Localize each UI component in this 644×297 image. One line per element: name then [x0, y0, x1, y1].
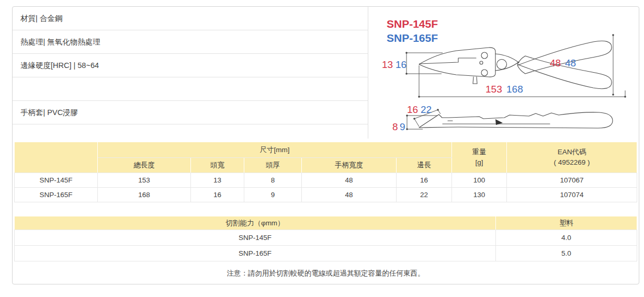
- dimension-diagram: SNP-145F SNP-165F: [368, 7, 639, 139]
- cut-row-snp-145f: SNP-145F 4.0: [15, 230, 637, 246]
- model-label-blue: SNP-165F: [387, 32, 438, 44]
- col-header-handle-width: 手柄寬度: [302, 158, 397, 173]
- model-label-red: SNP-145F: [387, 18, 438, 30]
- dim-total-length-red: 153: [485, 84, 502, 95]
- dimensions-table: 尺寸[mm] 重量 [g] EAN代碼 ( 4952269 ) 總長度 頭寬: [14, 142, 637, 202]
- table-header-row-1: 尺寸[mm] 重量 [g] EAN代碼 ( 4952269 ): [15, 142, 637, 158]
- col-header-head-width: 頭寬: [191, 158, 244, 173]
- dim-handle-width-blue: 48: [565, 58, 576, 68]
- cell-head-width: 13: [191, 173, 244, 188]
- cell-weight: 100: [452, 173, 507, 188]
- dim-head-thickness-blue: 9: [400, 121, 405, 132]
- dim-handle-width-red: 48: [550, 58, 561, 68]
- cell-head-thickness: 8: [244, 173, 302, 188]
- cut-table-header-row: 切割能力（φmm） 塑料: [15, 216, 637, 230]
- pliers-side-view: [419, 41, 612, 88]
- weight-header-line1: 重量: [452, 147, 506, 157]
- cell-total-length: 168: [98, 188, 191, 202]
- spec-text: 材質| 合金鋼: [20, 14, 62, 24]
- cell-head-thickness: 9: [244, 188, 302, 202]
- dim-edge-length-red: 16: [407, 104, 418, 115]
- dim-edge-length: 1622: [407, 104, 432, 115]
- cell-plastic-value: 4.0: [496, 230, 637, 246]
- pliers-flat-view: [419, 112, 613, 128]
- cell-model: SNP-165F: [15, 188, 98, 202]
- cell-ean: 107074: [507, 188, 637, 202]
- col-header-total-length: 總長度: [98, 158, 191, 173]
- pliers-technical-drawing: SNP-145F SNP-165F: [369, 7, 634, 139]
- dim-total-length: 153168: [485, 84, 523, 95]
- dim-head-width-red: 13: [382, 59, 393, 70]
- weight-header-line2: [g]: [452, 157, 506, 168]
- spec-text: 熱處理| 無氧化物熱處理: [20, 37, 100, 47]
- dim-head-thickness-red: 8: [392, 121, 398, 132]
- ean-header: EAN代碼 ( 4952269 ): [507, 142, 637, 173]
- spec-row-edge-hardness: 邊緣硬度[HRC] | 58~64: [13, 54, 368, 77]
- spec-row-material: 材質| 合金鋼: [13, 7, 368, 30]
- col-header-edge-length: 邊長: [397, 158, 452, 173]
- cell-total-length: 153: [98, 173, 191, 188]
- dim-total-length-blue: 168: [506, 84, 523, 95]
- cutting-capacity-table: 切割能力（φmm） 塑料 SNP-145F 4.0 SNP-165F 5.0: [14, 216, 637, 261]
- cell-model: SNP-145F: [15, 230, 496, 246]
- dim-group-header: 尺寸[mm]: [98, 142, 452, 158]
- cell-plastic-value: 5.0: [496, 246, 637, 261]
- ean-header-line1: EAN代碼: [507, 147, 637, 157]
- table-row-snp-145f: SNP-145F 153 13 8 48 16 100 107067: [15, 173, 637, 188]
- dim-head-width: 1316: [382, 59, 406, 70]
- cell-handle-width: 48: [302, 173, 397, 188]
- cut-capacity-header: 切割能力（φmm）: [15, 216, 496, 230]
- spec-sheet-container: 材質| 合金鋼 熱處理| 無氧化物熱處理 邊緣硬度[HRC] | 58~64 手…: [12, 6, 639, 284]
- dimension-dots: [405, 34, 626, 130]
- spec-row-empty: [13, 77, 368, 101]
- dim-head-thickness: 89: [392, 121, 405, 132]
- spec-row-handle-cover: 手柄套| PVC浸膠: [13, 101, 368, 124]
- col-header-head-thickness: 頭厚: [244, 158, 302, 173]
- cell-model: SNP-145F: [15, 173, 98, 188]
- dim-handle-width: 4848: [550, 58, 576, 68]
- ean-header-line2: ( 4952269 ): [507, 157, 637, 168]
- spec-list: 材質| 合金鋼 熱處理| 無氧化物熱處理 邊緣硬度[HRC] | 58~64 手…: [13, 7, 368, 139]
- corner-cell: [15, 142, 98, 173]
- dim-head-width-blue: 16: [396, 59, 406, 70]
- cell-handle-width: 48: [302, 188, 397, 202]
- table-row-snp-165f: SNP-165F 168 16 9 48 22 130 107074: [15, 188, 637, 202]
- cell-edge-length: 22: [397, 188, 452, 202]
- cell-edge-length: 16: [397, 173, 452, 188]
- plastic-col-header: 塑料: [496, 216, 637, 230]
- cell-ean: 107067: [507, 173, 637, 188]
- spec-row-heat-treatment: 熱處理| 無氧化物熱處理: [13, 30, 368, 54]
- top-section: 材質| 合金鋼 熱處理| 無氧化物熱處理 邊緣硬度[HRC] | 58~64 手…: [13, 7, 639, 139]
- weight-header: 重量 [g]: [452, 142, 507, 173]
- cell-weight: 130: [452, 188, 507, 202]
- spec-text: 手柄套| PVC浸膠: [20, 108, 78, 118]
- caution-note: 注意：請勿用於切割較硬的電線或超過其額定容量的任何東西。: [13, 269, 639, 278]
- dim-edge-length-blue: 22: [421, 104, 432, 115]
- spec-text: 邊緣硬度[HRC] | 58~64: [20, 61, 99, 71]
- cell-head-width: 16: [191, 188, 244, 202]
- cell-model: SNP-165F: [15, 246, 496, 261]
- cut-row-snp-165f: SNP-165F 5.0: [15, 246, 637, 261]
